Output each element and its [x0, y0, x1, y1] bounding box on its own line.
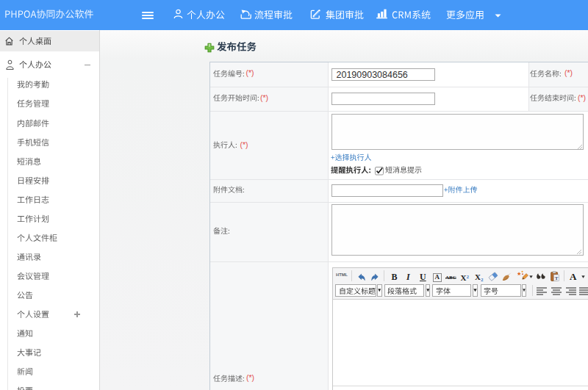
- svg-text:T: T: [555, 275, 559, 281]
